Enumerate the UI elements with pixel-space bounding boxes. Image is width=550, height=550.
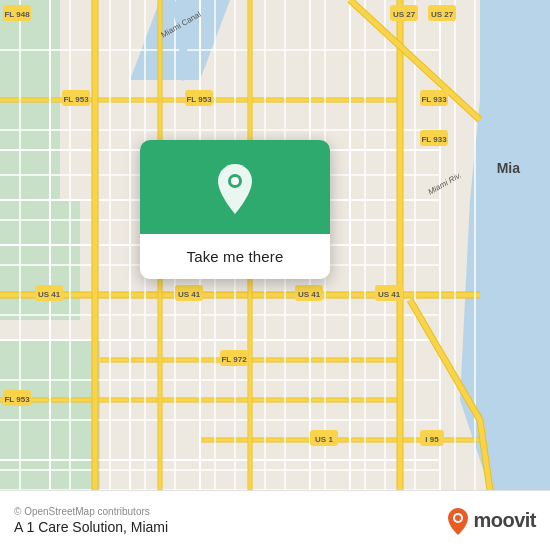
svg-text:FL 972: FL 972 [221, 355, 247, 364]
location-pin-icon [213, 162, 257, 216]
card-top [140, 140, 330, 234]
moovit-pin-icon [447, 507, 469, 535]
svg-text:I 95: I 95 [425, 435, 439, 444]
location-card: Take me there [140, 140, 330, 279]
map-container: Miami Canal FL 948 US 27 US 27 FL 933 FL… [0, 0, 550, 490]
svg-text:US 41: US 41 [38, 290, 61, 299]
svg-point-92 [231, 177, 239, 185]
footer: © OpenStreetMap contributors A 1 Care So… [0, 490, 550, 550]
svg-text:US 27: US 27 [431, 10, 454, 19]
svg-text:FL 933: FL 933 [421, 95, 447, 104]
svg-text:US 27: US 27 [393, 10, 416, 19]
svg-text:FL 953: FL 953 [4, 395, 30, 404]
take-me-there-button[interactable]: Take me there [140, 234, 330, 279]
moovit-brand-text: moovit [473, 509, 536, 532]
svg-rect-2 [0, 200, 80, 320]
svg-text:US 41: US 41 [178, 290, 201, 299]
moovit-logo: moovit [447, 507, 536, 535]
osm-attribution: © OpenStreetMap contributors [14, 506, 168, 517]
svg-text:US 41: US 41 [298, 290, 321, 299]
svg-point-94 [455, 515, 461, 521]
svg-text:US 1: US 1 [315, 435, 333, 444]
svg-text:FL 953: FL 953 [186, 95, 212, 104]
svg-text:US 41: US 41 [378, 290, 401, 299]
svg-text:FL 948: FL 948 [4, 10, 30, 19]
location-name: A 1 Care Solution, Miami [14, 519, 168, 535]
svg-text:FL 953: FL 953 [63, 95, 89, 104]
footer-left: © OpenStreetMap contributors A 1 Care So… [14, 506, 168, 535]
svg-text:FL 933: FL 933 [421, 135, 447, 144]
miami-label: Mia [497, 160, 520, 176]
